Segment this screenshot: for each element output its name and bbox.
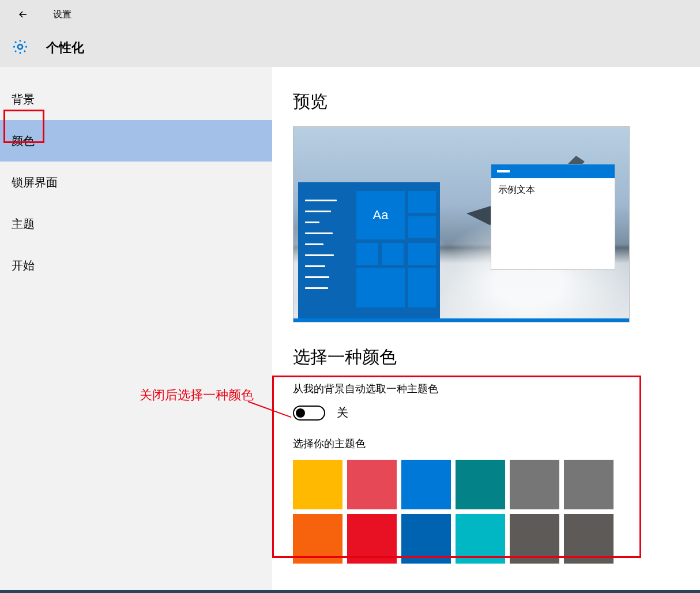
toggle-state-label: 关 xyxy=(337,405,348,421)
header: 个性化 xyxy=(0,29,700,67)
sidebar-item-start[interactable]: 开始 xyxy=(0,245,272,286)
preview-window-titlebar-icon xyxy=(491,164,615,178)
auto-pick-toggle[interactable] xyxy=(293,406,325,421)
preview-taskbar-icon xyxy=(293,318,629,322)
sidebar-item-label: 颜色 xyxy=(12,133,35,149)
color-swatch[interactable] xyxy=(564,514,614,564)
preview-window-text: 示例文本 xyxy=(491,178,615,202)
sidebar-item-label: 主题 xyxy=(12,216,35,232)
sidebar-item-label: 背景 xyxy=(12,92,35,107)
color-swatch[interactable] xyxy=(401,514,451,564)
color-swatch[interactable] xyxy=(510,460,559,509)
sidebar-item-color[interactable]: 颜色 xyxy=(0,120,272,162)
arrow-left-icon xyxy=(17,9,29,20)
sidebar: 背景 颜色 锁屏界面 主题 开始 xyxy=(0,67,272,593)
preview-heading: 预览 xyxy=(293,90,677,114)
sidebar-item-themes[interactable]: 主题 xyxy=(0,203,272,245)
color-swatch[interactable] xyxy=(293,460,343,509)
color-swatch[interactable] xyxy=(293,514,343,564)
color-swatch[interactable] xyxy=(347,514,397,564)
titlebar-title: 设置 xyxy=(53,9,71,21)
auto-pick-label: 从我的背景自动选取一种主题色 xyxy=(293,382,677,396)
taskbar[interactable] xyxy=(0,590,700,593)
main-content: 预览 Aa 示例文本 xyxy=(272,67,700,593)
swatch-grid xyxy=(293,460,677,564)
preview-start-panel-icon: Aa xyxy=(298,182,440,318)
header-title: 个性化 xyxy=(46,39,84,57)
preview-start-menu-lines-icon xyxy=(305,200,340,298)
color-swatch[interactable] xyxy=(347,460,397,509)
sidebar-item-lockscreen[interactable]: 锁屏界面 xyxy=(0,162,272,203)
preview-box: Aa 示例文本 xyxy=(293,126,630,322)
sidebar-item-background[interactable]: 背景 xyxy=(0,78,272,120)
sidebar-item-label: 开始 xyxy=(12,258,35,273)
svg-point-0 xyxy=(18,44,22,49)
color-swatch[interactable] xyxy=(456,460,505,509)
toggle-knob-icon xyxy=(296,408,305,418)
sidebar-item-label: 锁屏界面 xyxy=(12,175,58,190)
back-button[interactable] xyxy=(16,7,30,21)
choose-accent-label: 选择你的主题色 xyxy=(293,437,677,451)
annotation-text: 关闭后选择一种颜色 xyxy=(140,386,254,404)
titlebar: 设置 xyxy=(0,0,700,29)
color-swatch[interactable] xyxy=(401,460,451,509)
color-swatch[interactable] xyxy=(456,514,505,564)
color-swatch[interactable] xyxy=(510,514,559,564)
preview-window: 示例文本 xyxy=(491,164,615,270)
color-swatch[interactable] xyxy=(564,460,614,509)
choose-color-heading: 选择一种颜色 xyxy=(293,346,677,369)
preview-tile-aa: Aa xyxy=(356,190,405,240)
gear-icon xyxy=(12,38,29,58)
